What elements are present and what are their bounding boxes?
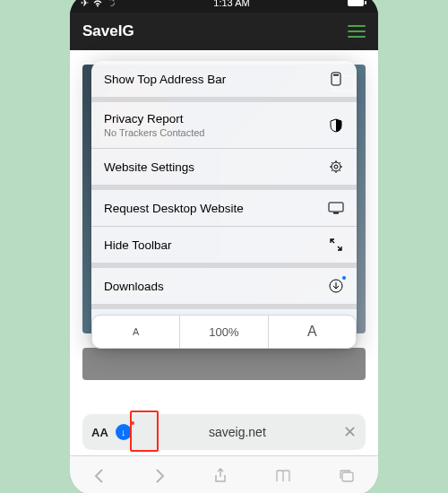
- gear-icon: [328, 159, 344, 175]
- svg-point-0: [97, 5, 99, 7]
- expand-icon: [328, 237, 344, 253]
- zoom-bar: A 100% A: [91, 315, 357, 349]
- bookmarks-icon[interactable]: [275, 469, 291, 483]
- highlight-annotation: [130, 411, 159, 452]
- svg-point-7: [334, 165, 338, 169]
- grey-panel: [82, 348, 366, 380]
- forward-icon[interactable]: [153, 468, 166, 484]
- menu-website-settings[interactable]: Website Settings: [91, 149, 357, 190]
- aa-menu: Show Top Address Bar Privacy Report No T…: [91, 61, 357, 345]
- brand-logo: SaveIG: [82, 22, 134, 40]
- back-icon[interactable]: [93, 468, 106, 484]
- status-left: ✈︎: [81, 0, 116, 9]
- svg-rect-12: [342, 472, 353, 481]
- status-bar: ✈︎ 1:13 AM: [70, 0, 378, 13]
- svg-point-6: [332, 162, 340, 171]
- tabs-icon[interactable]: [339, 469, 355, 483]
- status-time: 1:13 AM: [213, 0, 249, 8]
- url-domain: saveig.net: [139, 425, 336, 439]
- download-circle-icon: [328, 278, 344, 294]
- menu-hide-toolbar[interactable]: Hide Toolbar: [91, 227, 357, 268]
- close-icon[interactable]: ✕: [343, 422, 357, 442]
- menu-privacy-report[interactable]: Privacy Report No Trackers Contacted: [91, 102, 357, 149]
- status-right: [348, 0, 367, 7]
- phone-frame: ✈︎ 1:13 AM SaveIG Show Top Address Bar P…: [70, 0, 378, 493]
- share-icon[interactable]: [213, 468, 228, 484]
- site-header: SaveIG: [70, 13, 378, 50]
- svg-rect-5: [333, 74, 339, 76]
- zoom-in-button[interactable]: A: [269, 316, 356, 348]
- menu-request-desktop[interactable]: Request Desktop Website: [91, 190, 357, 227]
- svg-point-1: [108, 0, 115, 6]
- menu-downloads[interactable]: Downloads: [91, 268, 357, 309]
- hamburger-icon[interactable]: [348, 25, 366, 38]
- zoom-out-button[interactable]: A: [92, 316, 180, 348]
- svg-rect-2: [348, 0, 364, 6]
- airplane-icon: ✈︎: [81, 0, 89, 9]
- phone-top-icon: [328, 71, 344, 87]
- loading-icon: [107, 0, 116, 7]
- desktop-icon: [328, 200, 344, 216]
- battery-icon: [348, 0, 367, 7]
- svg-rect-9: [333, 212, 339, 214]
- svg-rect-8: [329, 203, 343, 212]
- menu-show-top-address[interactable]: Show Top Address Bar: [91, 61, 357, 102]
- aa-button[interactable]: AA: [91, 426, 108, 439]
- shield-icon: [328, 117, 344, 134]
- svg-rect-3: [365, 1, 366, 4]
- zoom-percent[interactable]: 100%: [180, 316, 268, 348]
- url-bar[interactable]: AA ↓ saveig.net ✕: [82, 414, 366, 450]
- browser-toolbar: [70, 455, 378, 493]
- wifi-icon: [92, 0, 103, 7]
